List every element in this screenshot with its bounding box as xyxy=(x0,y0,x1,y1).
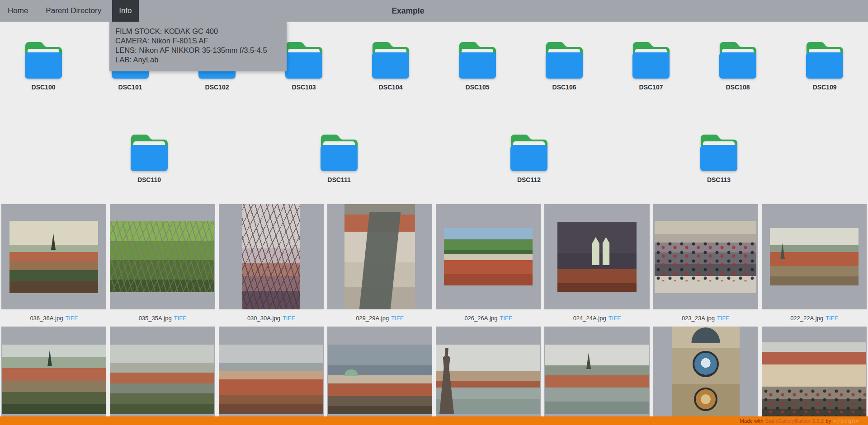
photo-thumbnail[interactable] xyxy=(328,345,432,414)
nav-item-home[interactable]: Home xyxy=(1,0,35,22)
folder-item-dsc108[interactable]: DSC108 xyxy=(694,42,781,91)
photo-thumbnail[interactable] xyxy=(545,345,649,414)
gallery-item: 026_26A.jpgTIFF xyxy=(436,204,541,327)
builder-link[interactable]: StaticGalleryBuilder 2.6.2 xyxy=(765,418,824,424)
photo-thumbnail[interactable] xyxy=(444,228,533,285)
tiff-link[interactable]: TIFF xyxy=(717,315,729,322)
thumbnail-cell[interactable] xyxy=(110,327,215,425)
photo-thumbnail[interactable] xyxy=(557,222,637,292)
thumbnail-cell[interactable] xyxy=(327,327,432,425)
tiff-link[interactable]: TIFF xyxy=(609,315,621,322)
navbar: HomeParent DirectoryInfo Example xyxy=(0,0,868,22)
folder-grid-row-2: DSC110DSC111DSC112DSC113 xyxy=(54,134,814,183)
footer: Made with StaticGalleryBuilder 2.6.2 by … xyxy=(0,416,868,425)
tiff-link[interactable]: TIFF xyxy=(283,315,295,322)
folder-item-dsc104[interactable]: DSC104 xyxy=(347,42,434,91)
photo-thumbnail[interactable] xyxy=(762,342,866,416)
thumbnail-caption: 035_35A.jpgTIFF xyxy=(110,309,215,327)
nav-item-info[interactable]: Info xyxy=(112,0,138,22)
thumbnail-cell[interactable] xyxy=(219,327,324,425)
thumbnail-filename: 029_29A.jpg xyxy=(356,315,389,322)
page-title: Example xyxy=(392,0,424,22)
folder-item-dsc111[interactable]: DSC111 xyxy=(244,134,434,183)
thumbnail-cell[interactable] xyxy=(653,204,758,309)
folder-item-dsc112[interactable]: DSC112 xyxy=(434,134,624,183)
thumbnail-gallery: 036_36A.jpgTIFF035_35A.jpgTIFF030_30A.jp… xyxy=(0,204,868,425)
folder-label: DSC107 xyxy=(639,84,663,91)
photo-thumbnail[interactable] xyxy=(242,204,300,309)
tiff-link[interactable]: TIFF xyxy=(826,315,838,322)
folder-icon xyxy=(698,134,739,172)
nav-item-parent-directory[interactable]: Parent Directory xyxy=(39,0,108,22)
folder-label: DSC101 xyxy=(118,84,142,91)
thumbnail-cell[interactable] xyxy=(219,204,324,309)
folder-item-dsc107[interactable]: DSC107 xyxy=(608,42,694,91)
photo-thumbnail[interactable] xyxy=(110,345,214,414)
gallery-item: 030_30A.jpgTIFF xyxy=(219,204,324,327)
srgn-logo-link[interactable]: </srgn> xyxy=(833,417,859,424)
thumbnail-cell[interactable] xyxy=(762,327,867,425)
thumbnail-cell[interactable] xyxy=(327,204,432,309)
photo-thumbnail[interactable] xyxy=(436,345,540,414)
folder-item-dsc106[interactable]: DSC106 xyxy=(521,42,608,91)
thumbnail-filename: 036_36A.jpg xyxy=(30,315,63,322)
thumbnail-cell[interactable] xyxy=(110,204,215,309)
gallery-item xyxy=(762,327,867,425)
folder-label: DSC110 xyxy=(137,176,161,183)
footer-made-with-text: Made with xyxy=(740,418,763,424)
photo-thumbnail[interactable] xyxy=(344,204,415,309)
gallery-item xyxy=(327,327,432,425)
info-line: FILM STOCK: KODAK GC 400 xyxy=(115,27,281,36)
photo-thumbnail[interactable] xyxy=(9,221,98,293)
folder-item-dsc110[interactable]: DSC110 xyxy=(54,134,244,183)
photo-accent-spire xyxy=(780,243,785,259)
thumbnail-filename: 035_35A.jpg xyxy=(139,315,172,322)
folder-label: DSC104 xyxy=(379,84,403,91)
thumbnail-caption: 030_30A.jpgTIFF xyxy=(219,309,324,327)
thumbnail-caption: 029_29A.jpgTIFF xyxy=(327,309,432,327)
thumbnail-cell[interactable] xyxy=(544,204,649,309)
photo-thumbnail[interactable] xyxy=(2,345,106,414)
folder-icon xyxy=(804,42,845,79)
footer-period: . xyxy=(861,418,863,424)
folder-label: DSC105 xyxy=(466,84,490,91)
folder-icon xyxy=(129,134,170,172)
folder-item-dsc105[interactable]: DSC105 xyxy=(434,42,521,91)
photo-thumbnail[interactable] xyxy=(655,221,756,293)
folder-item-dsc100[interactable]: DSC100 xyxy=(0,42,87,91)
thumbnail-caption: 026_26A.jpgTIFF xyxy=(436,309,541,327)
photo-accent-dome xyxy=(344,369,358,376)
thumbnail-cell[interactable] xyxy=(1,327,106,425)
tiff-link[interactable]: TIFF xyxy=(391,315,403,322)
folder-icon xyxy=(631,42,671,79)
thumbnail-cell[interactable] xyxy=(1,204,106,309)
tiff-link[interactable]: TIFF xyxy=(65,315,77,322)
thumbnail-cell[interactable] xyxy=(653,327,758,425)
photo-thumbnail[interactable] xyxy=(110,221,214,292)
folder-item-dsc109[interactable]: DSC109 xyxy=(781,42,868,91)
folder-label: DSC100 xyxy=(32,84,56,91)
folder-item-dsc113[interactable]: DSC113 xyxy=(624,134,814,183)
thumbnail-cell[interactable] xyxy=(436,204,541,309)
folder-icon xyxy=(23,42,64,79)
thumbnail-cell[interactable] xyxy=(436,327,541,425)
photo-thumbnail[interactable] xyxy=(219,345,323,414)
photo-thumbnail[interactable] xyxy=(770,228,859,285)
gallery-item xyxy=(1,327,106,425)
folder-icon xyxy=(509,134,549,172)
tiff-link[interactable]: TIFF xyxy=(500,315,512,322)
photo-accent-branches xyxy=(242,204,300,309)
thumbnail-caption: 023_23A.jpgTIFF xyxy=(653,309,758,327)
thumbnail-cell[interactable] xyxy=(544,327,649,425)
folder-label: DSC102 xyxy=(205,84,229,91)
photo-accent-clock xyxy=(672,327,740,425)
folder-label: DSC106 xyxy=(552,84,576,91)
tiff-link[interactable]: TIFF xyxy=(174,315,186,322)
folder-icon xyxy=(457,42,498,79)
footer-by-text: by xyxy=(826,418,831,424)
thumbnail-cell[interactable] xyxy=(762,204,867,309)
thumbnail-caption: 036_36A.jpgTIFF xyxy=(1,309,106,327)
gallery-item xyxy=(436,327,541,425)
photo-thumbnail[interactable] xyxy=(672,327,740,425)
photo-accent-crowd xyxy=(762,388,866,416)
